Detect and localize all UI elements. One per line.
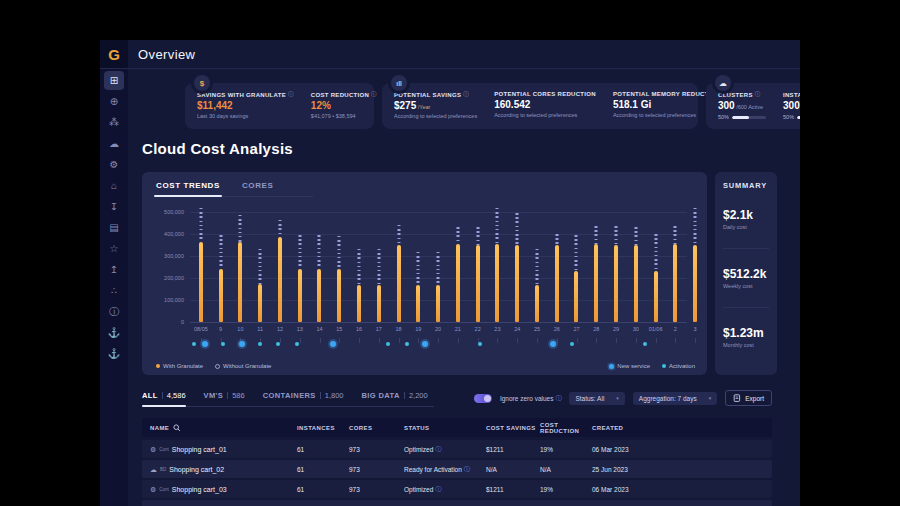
sidebar-item-explore[interactable]: ⊕ [104,92,124,111]
table-tab-containers[interactable]: CONTAINERS1,800 [263,391,344,400]
sidebar-item-dashboard[interactable]: ⊞ [104,71,124,90]
top-header: G Overview [100,40,800,69]
event-dot-new-service[interactable] [202,341,208,347]
event-dot-new-service[interactable] [422,341,428,347]
event-dot-activation[interactable] [192,342,196,346]
event-dot-activation[interactable] [386,342,390,346]
sidebar-item-info[interactable]: ⓘ [104,302,124,321]
table-row-partial[interactable] [142,500,772,506]
event-dot-new-service[interactable] [550,341,556,347]
cores-cell: 973 [349,466,404,473]
metric-value: $275 [394,100,416,111]
status-filter-select[interactable]: Status: All ▾ [569,392,624,405]
bar-slot [231,208,251,322]
chart-tab-cost-trends[interactable]: COST TRENDS [156,181,220,190]
sidebar-item-nodes[interactable]: ∴ [104,281,124,300]
event-dot-activation[interactable] [643,342,647,346]
progress-bar [797,116,800,119]
chevron-down-icon: ▾ [709,395,712,401]
axis-tick [418,338,419,343]
service-name[interactable]: Shopping cart_03 [172,486,227,493]
event-dot-activation[interactable] [258,342,262,346]
service-name[interactable]: Shopping cart_01 [172,446,227,453]
progress-bar [732,116,766,119]
metric-value: 160.542 [494,99,530,110]
bar-with-granulate [199,242,203,322]
brand-logo[interactable]: G [100,40,128,68]
sidebar-item-topology[interactable]: ⁂ [104,113,124,132]
progress-fill [797,116,800,119]
container-icon: ⚙ [150,446,156,453]
info-icon[interactable]: ⓘ [755,91,761,98]
info-icon[interactable]: ⓘ [435,485,441,494]
summary-value: $512.2k [723,267,769,281]
home-icon: ⌂ [111,180,117,191]
info-icon[interactable]: ⓘ [555,394,561,403]
metric-cost-reduction: COST REDUCTIONⓘ12%$41,079 • $38,594 [311,91,377,124]
bar-with-granulate [535,285,539,322]
table-row[interactable]: ☁BDShopping cart_0261973Ready for Activa… [142,460,772,478]
axis-tick [359,338,360,343]
sidebar-item-cloud[interactable]: ☁ [104,134,124,153]
sidebar-item-panel[interactable]: ▤ [104,218,124,237]
table-row[interactable]: ⚙ContShopping cart_0361973Optimizedⓘ$121… [142,480,772,498]
info-icon[interactable]: ⓘ [371,91,377,98]
event-dot-activation[interactable] [478,342,482,346]
axis-tick [517,338,518,343]
event-dot-new-service[interactable] [330,341,336,347]
table-tab-all[interactable]: ALL4,586 [142,391,186,400]
event-dot-activation[interactable] [276,342,280,346]
bar-without-granulate [496,208,499,244]
sidebar-item-inbox[interactable]: ↧ [104,197,124,216]
event-dot-new-service[interactable] [239,341,245,347]
bar-without-granulate [199,208,202,242]
axis-tick [557,338,558,343]
table-tab-bigdata[interactable]: BIG DATA2,200 [362,391,428,400]
metric-suffix: /600 Active [735,104,763,110]
info-icon[interactable]: ⓘ [463,91,469,98]
event-dot-activation[interactable] [405,342,409,346]
bar-slot [211,208,231,322]
tab-count: 4,586 [167,391,186,400]
event-dot-activation[interactable] [221,342,225,346]
sidebar-item-deploy-2[interactable]: ⚓ [104,344,124,363]
progress-percent: 50% [718,114,729,120]
settings-icon: ⚙ [110,159,119,170]
sidebar-item-favorites[interactable]: ☆ [104,239,124,258]
info-icon[interactable]: ⓘ [288,91,294,98]
sidebar-item-deploy-1[interactable]: ⚓ [104,323,124,342]
cost-chart-panel: COST TRENDSCORES 500,000400,000300,00020… [142,172,707,375]
axis-tick [339,338,340,343]
container-icon: ⚙ [150,486,156,493]
chart-plot: 500,000400,000300,000200,000100,000008/0… [156,208,693,358]
info-icon[interactable]: ⓘ [464,465,470,474]
instances-cell: 61 [297,446,349,453]
bar-with-granulate [219,269,223,322]
event-dot-activation[interactable] [295,342,299,346]
bar-with-granulate [654,271,658,322]
table-row[interactable]: ⚙ContShopping cart_0161973Optimizedⓘ$121… [142,440,772,458]
bar-without-granulate [634,227,637,245]
bar-with-granulate [317,269,321,322]
service-name[interactable]: Shopping cart_02 [169,466,224,473]
search-icon[interactable] [173,424,181,432]
stats-cards-row: $SAVINGS WITH GRANULATEⓘ$11,442Last 30 d… [185,83,800,129]
export-button[interactable]: Export [725,390,772,406]
metric-instances: INSTANCESⓘ300 /600 Active50% [783,91,800,124]
ignore-zero-toggle[interactable] [474,394,492,403]
chart-tab-cores[interactable]: CORES [242,181,273,190]
table-tab-vms[interactable]: VM'S586 [204,391,245,400]
summary-item-daily-cost: $2.1kDaily cost [723,190,769,249]
bar-slot [468,208,488,322]
aggregation-select[interactable]: Aggregation: 7 days ▾ [633,392,717,405]
info-icon[interactable]: ⓘ [435,445,441,454]
bar-without-granulate [437,252,440,285]
sidebar-item-upload[interactable]: ↥ [104,260,124,279]
event-dot-activation[interactable] [570,342,574,346]
sidebar-item-home[interactable]: ⌂ [104,176,124,195]
metric-label: POTENTIAL MEMORY REDUCTION [613,91,720,97]
bar-slot [527,208,547,322]
bar-without-granulate [219,235,222,269]
bar-slot [250,208,270,322]
sidebar-item-settings[interactable]: ⚙ [104,155,124,174]
